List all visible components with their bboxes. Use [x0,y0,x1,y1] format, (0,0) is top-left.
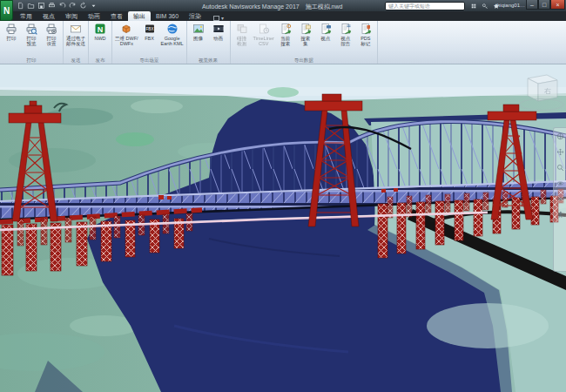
tab-动画[interactable]: 动画 [83,11,105,21]
ribbon-group-label: 视觉效果 [189,57,228,64]
ribbon-group-视觉效果: 图像动画视觉效果 [187,21,231,64]
pan-button[interactable] [556,147,565,157]
nwd-icon: N [94,23,106,35]
close-button[interactable]: × [550,0,565,10]
zoom-icon [556,164,564,172]
undo-icon [58,2,66,10]
save-icon [37,2,45,10]
viewport-3d-scene[interactable]: 右 [0,64,566,392]
print-icon [48,2,56,10]
qat-undo-button[interactable] [57,1,67,10]
timeliner-icon [258,23,270,35]
signin-username[interactable]: zhiqiang01… [495,3,525,8]
navisworks-window: N Autodesk Navisworks Manage 2017施工模拟.nw… [0,0,566,392]
key-button[interactable] [480,1,489,10]
apps-grid-icon [470,3,477,10]
tab-输出[interactable]: 输出 [128,11,151,21]
ribbon-button-print-preview[interactable]: 打印 预览 [22,22,41,46]
ribbon-button-fbx[interactable]: FBXFBX [140,22,159,41]
dwf-icon [120,23,132,35]
orbit-button[interactable] [556,179,565,188]
ribbon-group-导出场景: 三维 DWF/ DWFxFBXFBXGoogle Earth KML导出场景 [112,21,187,64]
look-button[interactable] [556,194,565,204]
email-icon [70,23,82,35]
walk-button[interactable] [556,210,565,220]
ribbon-button-gearth[interactable]: Google Earth KML [160,22,185,46]
ribbon-button-animation[interactable]: 动画 [209,22,228,41]
ribbon-button-email[interactable]: 通过电子 邮件发送 [65,22,86,46]
ribbon-button-clash: 碰撞 检测 [232,22,252,46]
ribbon-button-search-set[interactable]: 搜索 集 [296,22,315,46]
tab-dropdown-glyph: ▾ [221,15,224,21]
title-bar: N Autodesk Navisworks Manage 2017施工模拟.nw… [0,0,566,11]
ribbon-button-viewpoint-report[interactable]: 视点 报告 [336,22,355,46]
ribbon-group-label: 导出数据 [232,57,375,64]
ribbon-group-打印: 打印打印 预览打印 设置打印 [0,21,64,64]
tab-BIM 360[interactable]: BIM 360 [151,11,184,21]
ribbon-group-label: 发送 [65,57,86,64]
application-menu-button[interactable]: N [0,0,13,21]
quick-access-toolbar [16,1,98,10]
viewcube-face-label[interactable]: 右 [544,87,551,95]
workspace-switch-icon[interactable]: ▾ [213,15,224,21]
ribbon: 打印打印 预览打印 设置打印通过电子 邮件发送发送NNWD发布三维 DWF/ D… [0,21,566,64]
image-icon [192,23,205,35]
maximize-button[interactable]: □ [538,0,550,10]
pan-icon [556,148,564,156]
ribbon-button-viewpoints-export[interactable]: 视点 [316,22,335,41]
animation-icon [212,23,225,35]
ribbon-button-image[interactable]: 图像 [189,22,208,41]
svg-text:N: N [98,25,104,34]
print-preview-icon [25,23,37,35]
ribbon-group-label: 打印 [2,57,61,64]
printer-icon [5,23,17,35]
open-icon [27,2,35,10]
app-title: Autodesk Navisworks Manage 2017 [202,3,300,10]
tab-审阅[interactable]: 审阅 [60,11,83,21]
ribbon-group-label: 发布 [91,57,110,64]
tab-常用[interactable]: 常用 [15,11,37,21]
viewpoints-export-icon [320,23,332,35]
ribbon-group-导出数据: 碰撞 检测TimeLiner CSV当前 搜索搜索 集视点视点 报告PDS 标记… [231,21,378,64]
tab-查看[interactable]: 查看 [105,11,128,21]
qat-refresh-button[interactable] [78,1,88,10]
walk-icon [556,211,564,219]
minimize-button[interactable]: – [526,0,538,10]
document-name: 施工模拟.nwd [306,3,343,10]
orbit-icon [556,179,564,187]
ribbon-button-pds-tags[interactable]: PDS 标记 [356,22,375,46]
look-icon [556,195,564,203]
ribbon-button-nwd[interactable]: NNWD [91,22,110,41]
viewpoint-report-icon [340,23,352,35]
search-input[interactable] [385,2,465,10]
qat-print-button[interactable] [47,1,57,10]
new-file-icon [17,2,24,10]
pds-tags-icon [360,23,372,35]
qat-dropdown-icon [90,2,98,10]
key-icon [482,3,489,10]
fbx-icon: FBX [144,23,156,35]
ribbon-button-print-settings[interactable]: 打印 设置 [42,22,61,46]
qat-open-button[interactable] [26,1,36,10]
ribbon-button-dwf[interactable]: 三维 DWF/ DWFx [114,22,139,46]
window-title: Autodesk Navisworks Manage 2017施工模拟.nwd [202,3,342,11]
zoom-button[interactable] [556,163,565,172]
gearth-icon [166,23,179,35]
window-controls: –□× [526,0,565,10]
tab-视点[interactable]: 视点 [37,11,60,21]
qat-save-button[interactable] [37,1,46,10]
qat-new-file-button[interactable] [16,1,25,10]
steering-wheel-button[interactable] [556,132,565,141]
tab-渲染[interactable]: 渲染 [184,11,206,21]
steering-wheel-icon [556,132,564,140]
qat-redo-button[interactable] [68,1,77,10]
svg-text:FBX: FBX [145,27,153,31]
apps-grid-button[interactable] [468,1,478,10]
ribbon-button-printer[interactable]: 打印 [2,22,21,41]
qat-qat-dropdown-button[interactable] [89,1,98,10]
search-set-icon [300,23,312,35]
ribbon-group-发布: NNWD发布 [89,21,112,64]
ribbon-button-current-search[interactable]: 当前 搜索 [276,22,295,46]
ribbon-group-label: 导出场景 [114,57,185,64]
refresh-icon [79,2,87,10]
